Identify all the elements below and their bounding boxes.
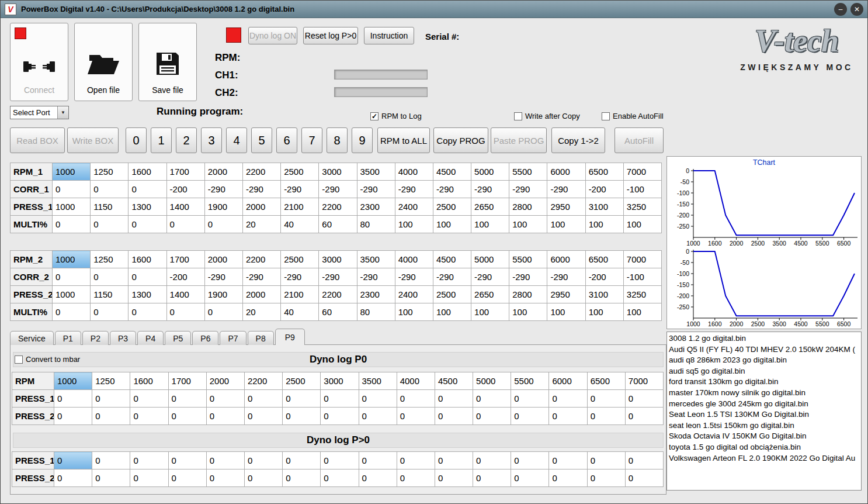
save-file-button[interactable]: Save file [138,23,197,101]
tab-p1[interactable]: P1 [55,331,81,345]
table-cell[interactable]: 2650 [471,286,509,303]
table-cell[interactable]: 100 [471,303,509,321]
table-cell[interactable]: 2200 [242,163,280,181]
table-cell[interactable]: 0 [473,452,511,470]
connect-button[interactable]: Connect [10,23,68,101]
table-cell[interactable]: 0 [283,408,321,425]
table-cell[interactable]: 5500 [511,372,549,390]
copy-prog-button[interactable]: Copy PROG [433,127,488,153]
table-cell[interactable]: 1150 [91,198,129,216]
table-cell[interactable]: 2500 [433,286,471,303]
table-cell[interactable]: -290 [357,268,395,286]
table-cell[interactable]: 4500 [435,372,473,390]
table-cell[interactable]: -290 [433,268,471,286]
table-cell[interactable]: 0 [587,390,625,408]
table-cell[interactable]: 4000 [397,372,435,390]
table-cell[interactable]: 0 [321,390,359,408]
table-cell[interactable]: 0 [129,303,166,321]
table-cell[interactable]: 0 [587,470,625,487]
table-cell[interactable]: 60 [319,216,357,233]
table-cell[interactable]: 0 [130,452,168,470]
rpm-to-log-checkbox[interactable]: ✓ RPM to Log [370,112,422,120]
table-cell[interactable]: 0 [397,408,435,425]
table-cell[interactable]: 0 [91,268,129,286]
table-cell[interactable]: 3000 [319,251,357,268]
paste-prog-button[interactable]: Paste PROG [491,127,547,153]
table-cell[interactable]: 2500 [283,372,321,390]
table-cell[interactable]: 0 [206,390,244,408]
table-cell[interactable]: 100 [547,216,585,233]
table-cell[interactable]: 0 [92,470,130,487]
table-cell[interactable]: -100 [623,181,661,198]
table-cell[interactable]: 0 [166,303,204,321]
table-cell[interactable]: -290 [547,181,585,198]
table-cell[interactable]: 0 [511,408,549,425]
file-list-item[interactable]: mercedes gle 300d 245km go digital.bin [669,399,859,410]
table-cell[interactable]: -200 [585,181,623,198]
table-cell[interactable]: 6000 [547,163,585,181]
file-list-item[interactable]: Skoda Octavia IV 150KM Go Digital.bin [669,431,859,442]
table-cell[interactable]: 7000 [623,251,661,268]
tab-p2[interactable]: P2 [82,331,109,345]
table-cell[interactable]: 1700 [168,372,206,390]
table-cell[interactable]: 0 [625,452,663,470]
tab-p6[interactable]: P6 [192,331,218,345]
table-cell[interactable]: 100 [509,303,547,321]
file-list-item[interactable]: Volkswagen Arteon FL 2.0 190KM 2022 Go D… [669,453,859,464]
table-cell[interactable]: 0 [91,181,129,198]
table-cell[interactable]: 0 [435,408,473,425]
table-cell[interactable]: 6500 [585,251,623,268]
table-cell[interactable]: -290 [281,181,319,198]
table-cell[interactable]: 2200 [319,286,357,303]
table-cell[interactable]: 0 [92,390,130,408]
table-cell[interactable]: 0 [435,470,473,487]
table-cell[interactable]: 0 [549,470,587,487]
table-cell[interactable]: 0 [473,390,511,408]
table-cell[interactable]: 3500 [359,372,397,390]
table-cell[interactable]: -290 [357,181,395,198]
table-cell[interactable]: 1000 [53,198,91,216]
table-cell[interactable]: 0 [130,470,168,487]
table-cell[interactable]: -100 [623,268,661,286]
table-cell[interactable]: 0 [168,452,206,470]
write-after-copy-checkbox[interactable]: Write after Copy [514,112,580,120]
file-list[interactable]: 3008 1.2 go digital.binAudi Q5 II (FY FL… [666,332,862,491]
table-cell[interactable]: 100 [585,216,623,233]
table-cell[interactable]: 4500 [433,251,471,268]
copy-1-2-button[interactable]: Copy 1->2 [551,127,605,153]
table-cell[interactable]: 2100 [281,198,319,216]
table-cell[interactable]: 0 [168,470,206,487]
table-cell[interactable]: 0 [321,452,359,470]
table-cell[interactable]: 3000 [321,372,359,390]
table-cell[interactable]: 1000 [53,286,91,303]
table-cell[interactable]: 2000 [242,286,280,303]
table-cell[interactable]: 0 [321,470,359,487]
table-cell[interactable]: 2500 [281,251,319,268]
tab-p8[interactable]: P8 [248,331,274,345]
table-cell[interactable]: -290 [509,268,547,286]
table-cell[interactable]: -200 [585,268,623,286]
table-cell[interactable]: 0 [91,303,129,321]
tab-p3[interactable]: P3 [110,331,136,345]
table-cell[interactable]: 0 [53,268,91,286]
rpm-to-all-button[interactable]: RPM to ALL [377,127,430,153]
table-cell[interactable]: 100 [395,303,433,321]
file-list-item[interactable]: audi sq5 go digital.bin [669,366,859,377]
table-cell[interactable]: 6000 [547,251,585,268]
table-cell[interactable]: 7000 [625,372,663,390]
close-button[interactable]: ✕ [850,3,863,16]
table-cell[interactable]: 3500 [357,251,395,268]
table-cell[interactable]: 0 [283,390,321,408]
table-cell[interactable]: 0 [129,181,166,198]
open-file-button[interactable]: Open file [74,23,133,101]
digit-5-button[interactable]: 5 [251,127,272,153]
read-box-button[interactable]: Read BOX [10,127,65,153]
table-cell[interactable]: 0 [244,390,282,408]
table-cell[interactable]: 80 [357,216,395,233]
table-cell[interactable]: 100 [395,216,433,233]
table-cell[interactable]: 0 [587,408,625,425]
table-cell[interactable]: 4500 [433,163,471,181]
table-cell[interactable]: 0 [129,268,166,286]
table-cell[interactable]: 0 [206,452,244,470]
table-cell[interactable]: 0 [244,408,282,425]
